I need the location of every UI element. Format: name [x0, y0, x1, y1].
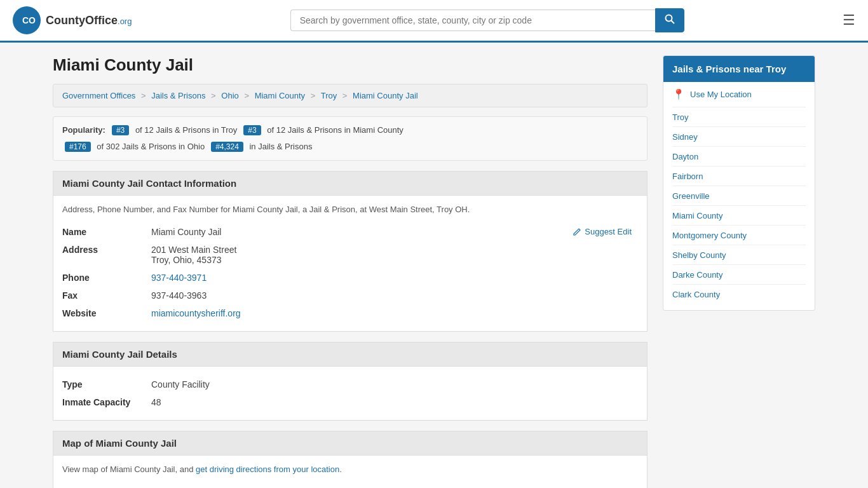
breadcrumb-jails-prisons[interactable]: Jails & Prisons: [151, 91, 205, 100]
logo-icon: CO: [13, 6, 41, 34]
breadcrumb: Government Offices > Jails & Prisons > O…: [53, 84, 648, 107]
search-input[interactable]: [290, 10, 655, 31]
map-section-header: Map of Miami County Jail: [53, 431, 648, 456]
details-capacity-label: Inmate Capacity: [62, 393, 151, 411]
details-table: Type County Facility Inmate Capacity 48: [62, 376, 638, 411]
map-section-body: View map of Miami County Jail, and get d…: [53, 456, 648, 488]
popularity-label: Popularity:: [62, 123, 105, 137]
contact-phone-label: Phone: [62, 269, 151, 287]
breadcrumb-troy[interactable]: Troy: [321, 91, 337, 100]
popularity-rank4: #4,324 in Jails & Prisons: [208, 140, 312, 154]
breadcrumb-miami-county[interactable]: Miami County: [255, 91, 305, 100]
map-description: View map of Miami County Jail, and get d…: [62, 464, 638, 474]
contact-website-row: Website miamicountysheriff.org: [62, 304, 638, 322]
contact-address-label: Address: [62, 241, 151, 269]
website-link[interactable]: miamicountysheriff.org: [151, 308, 241, 318]
sidebar-link-miami-county: Miami County: [672, 205, 806, 225]
driving-directions-link[interactable]: get driving directions from your locatio…: [196, 464, 339, 474]
contact-name-row: Name Miami County Jail Suggest Edit: [62, 223, 638, 241]
popularity-rank1: #3 of 12 Jails & Prisons in Troy: [109, 123, 237, 137]
search-area: [290, 8, 684, 32]
sidebar-link-troy: Troy: [672, 107, 806, 126]
page-title: Miami County Jail: [53, 55, 648, 75]
sidebar-link-montgomery-county: Montgomery County: [672, 225, 806, 245]
details-section-header: Miami County Jail Details: [53, 342, 648, 367]
content-area: Miami County Jail Government Offices > J…: [53, 55, 648, 488]
details-capacity-row: Inmate Capacity 48: [62, 393, 638, 411]
svg-text:CO: CO: [22, 15, 36, 25]
use-my-location-link[interactable]: 📍 Use My Location: [672, 88, 806, 100]
search-button[interactable]: [655, 8, 684, 32]
contact-address-row: Address 201 West Main Street Troy, Ohio,…: [62, 241, 638, 269]
suggest-edit-link[interactable]: Suggest Edit: [573, 227, 632, 236]
sidebar-link-fairborn: Fairborn: [672, 166, 806, 186]
contact-description: Address, Phone Number, and Fax Number fo…: [62, 205, 638, 214]
hamburger-menu-button[interactable]: ☰: [843, 12, 855, 29]
contact-table: Name Miami County Jail Suggest Edit Addr…: [62, 223, 638, 322]
location-pin-icon: 📍: [672, 88, 685, 100]
contact-website-value: miamicountysheriff.org: [151, 304, 638, 322]
svg-point-2: [665, 15, 672, 22]
svg-line-3: [671, 21, 674, 24]
contact-fax-value: 937-440-3963: [151, 287, 638, 304]
contact-section-header: Miami County Jail Contact Information: [53, 171, 648, 196]
sidebar-box: Jails & Prisons near Troy 📍 Use My Locat…: [663, 55, 815, 311]
details-type-row: Type County Facility: [62, 376, 638, 393]
details-type-label: Type: [62, 376, 151, 393]
contact-fax-label: Fax: [62, 287, 151, 304]
popularity-rank2: #3 of 12 Jails & Prisons in Miami County: [241, 123, 403, 137]
edit-icon: [573, 227, 581, 236]
popularity-bar: Popularity: #3 of 12 Jails & Prisons in …: [53, 116, 648, 161]
logo-text: CountyOffice.org: [46, 14, 132, 27]
contact-website-label: Website: [62, 304, 151, 322]
sidebar-link-dayton: Dayton: [672, 146, 806, 166]
breadcrumb-ohio[interactable]: Ohio: [221, 91, 238, 100]
contact-phone-value: 937-440-3971: [151, 269, 638, 287]
sidebar-body: 📍 Use My Location Troy Sidney Dayton Fai…: [663, 82, 815, 310]
sidebar-link-sidney: Sidney: [672, 126, 806, 146]
main-container: Miami County Jail Government Offices > J…: [40, 43, 828, 488]
sidebar: Jails & Prisons near Troy 📍 Use My Locat…: [663, 55, 815, 488]
contact-phone-row: Phone 937-440-3971: [62, 269, 638, 287]
contact-fax-row: Fax 937-440-3963: [62, 287, 638, 304]
contact-name-label: Name: [62, 223, 151, 241]
breadcrumb-current[interactable]: Miami County Jail: [353, 91, 418, 100]
contact-name-value: Miami County Jail Suggest Edit: [151, 223, 638, 241]
popularity-rank3: #176 of 302 Jails & Prisons in Ohio: [62, 140, 205, 154]
details-capacity-value: 48: [151, 393, 638, 411]
contact-address-value: 201 West Main Street Troy, Ohio, 45373: [151, 241, 638, 269]
details-section-body: Type County Facility Inmate Capacity 48: [53, 367, 648, 421]
details-type-value: County Facility: [151, 376, 638, 393]
breadcrumb-government-offices[interactable]: Government Offices: [62, 91, 135, 100]
logo-area: CO CountyOffice.org: [13, 6, 132, 34]
phone-link[interactable]: 937-440-3971: [151, 273, 207, 283]
sidebar-link-greenville: Greenville: [672, 186, 806, 205]
sidebar-link-shelby-county: Shelby County: [672, 245, 806, 264]
sidebar-title: Jails & Prisons near Troy: [663, 56, 815, 82]
sidebar-link-clark-county: Clark County: [672, 284, 806, 304]
sidebar-link-darke-county: Darke County: [672, 264, 806, 284]
site-header: CO CountyOffice.org ☰: [0, 0, 868, 43]
sidebar-links-list: Troy Sidney Dayton Fairborn Greenville M…: [672, 107, 806, 304]
contact-section-body: Address, Phone Number, and Fax Number fo…: [53, 196, 648, 332]
